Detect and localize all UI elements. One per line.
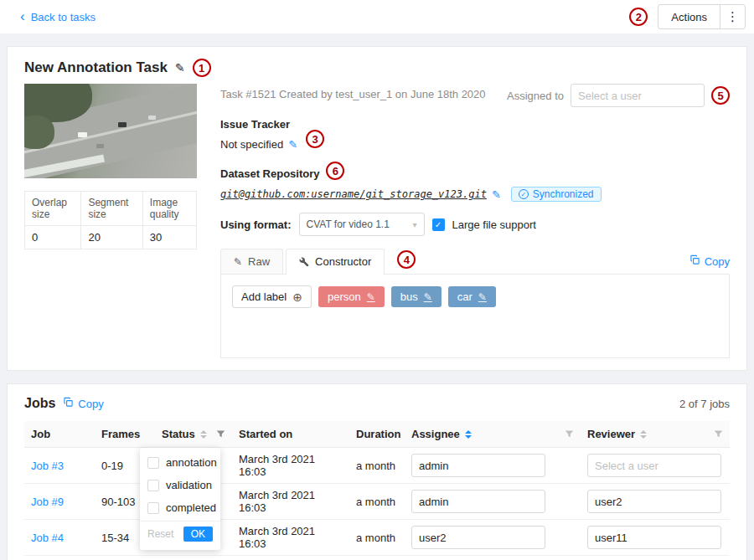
filter-reset-button[interactable]: Reset [147, 528, 173, 540]
filter-option-completed[interactable]: completed [140, 496, 220, 519]
task-meta-row: Task #1521 Created by test_user_1 on Jun… [220, 84, 730, 107]
column-header-job[interactable]: Job [24, 421, 95, 448]
preview-car-4 [96, 144, 104, 148]
column-header-duration[interactable]: Duration [349, 421, 405, 448]
started-cell: March 3rd 2021 16:03 [232, 448, 349, 484]
edit-title-icon[interactable]: ✎ [175, 61, 185, 74]
copy-labels-link[interactable]: Copy [689, 254, 730, 268]
preview-car-3 [148, 116, 156, 120]
back-to-tasks-link[interactable]: ‹ Back to tasks [20, 11, 96, 23]
assigned-to-label: Assigned to [507, 90, 564, 102]
filter-funnel-icon[interactable] [565, 429, 574, 439]
callout-2: 2 [629, 8, 648, 26]
edit-issue-tracker-icon[interactable]: ✎ [288, 138, 297, 151]
checkbox-icon[interactable] [147, 480, 159, 491]
column-header-assignee[interactable]: Assignee [405, 421, 581, 448]
label-chip-person[interactable]: person ✎ [318, 286, 385, 307]
param-header-quality: Image quality [142, 192, 196, 226]
sort-icon[interactable] [640, 430, 647, 439]
duration-cell: a month [349, 484, 405, 520]
task-assignee-input[interactable] [571, 84, 705, 107]
add-label-button[interactable]: Add label ⊕ [232, 285, 312, 308]
chevron-down-icon: ▾ [412, 220, 416, 229]
task-body: Overlap size Segment size Image quality … [24, 84, 730, 358]
column-header-status[interactable]: Status [155, 421, 232, 448]
job-reviewer-input[interactable] [587, 490, 721, 513]
duration-cell: a month [349, 448, 405, 484]
filter-funnel-icon[interactable] [714, 429, 723, 439]
started-cell: March 3rd 2021 16:03 [232, 556, 349, 560]
sort-icon[interactable] [465, 430, 472, 439]
label-chip-car[interactable]: car ✎ [448, 286, 496, 307]
checkbox-icon[interactable] [147, 457, 159, 469]
filter-option-annotation-label: annotation [166, 456, 217, 469]
column-header-started[interactable]: Started on [232, 421, 349, 448]
frames-cell: 75-94 [95, 556, 155, 560]
jobs-table: Job Frames Status Started on Duration [24, 421, 730, 560]
actions-button[interactable]: Actions ⋮ [658, 4, 746, 29]
job-link[interactable]: Job #4 [31, 532, 64, 544]
callout-6: 6 [326, 162, 344, 180]
param-value-segment: 20 [81, 226, 142, 249]
using-format-row: Using format: CVAT for video 1.1 ▾ ✓ Lar… [220, 213, 730, 236]
label-chip-bus[interactable]: bus ✎ [391, 286, 442, 307]
jobs-card: Jobs Copy 2 of 7 jobs Job Frames Status [7, 383, 747, 560]
job-assignee-input[interactable] [411, 454, 545, 477]
tab-constructor[interactable]: Constructor [286, 249, 385, 275]
copy-icon [689, 254, 700, 268]
column-header-reviewer[interactable]: Reviewer [581, 421, 730, 448]
filter-option-completed-label: completed [166, 501, 216, 514]
duration-cell: a month [349, 556, 405, 560]
copy-icon [63, 397, 74, 410]
synchronized-badge-label: Synchronized [533, 188, 594, 200]
more-options-icon[interactable]: ⋮ [720, 5, 745, 28]
issue-tracker-value-row: Not specified ✎ 3 [220, 135, 730, 153]
preview-car-1 [78, 132, 87, 137]
edit-repository-icon[interactable]: ✎ [492, 188, 501, 201]
sync-check-icon: ✓ [519, 189, 529, 199]
tab-raw[interactable]: ✎ Raw [220, 249, 283, 274]
callout-3: 3 [306, 130, 324, 148]
checkbox-icon[interactable] [147, 502, 159, 514]
actions-button-label: Actions [658, 5, 720, 28]
table-row: 0 20 30 [25, 226, 197, 249]
task-details-card: New Annotation Task ✎ 1 Overlap size [7, 46, 747, 371]
jobs-header: Jobs Copy 2 of 7 jobs [24, 396, 730, 411]
task-title-row: New Annotation Task ✎ 1 [24, 59, 730, 77]
job-reviewer-input[interactable] [587, 454, 721, 477]
edit-label-icon[interactable]: ✎ [367, 291, 375, 303]
column-header-status-label: Status [162, 428, 195, 440]
top-bar: ‹ Back to tasks 2 Actions ⋮ [0, 0, 754, 33]
column-header-assignee-label: Assignee [411, 428, 460, 440]
callout-1: 1 [193, 59, 211, 77]
filter-funnel-icon[interactable] [216, 429, 225, 439]
labels-constructor-panel: Add label ⊕ person ✎ bus ✎ car ✎ [220, 275, 730, 358]
format-select[interactable]: CVAT for video 1.1 ▾ [299, 213, 425, 236]
dataset-repository-value-row: git@github.com:username/git_storage_v123… [220, 187, 730, 202]
synchronized-badge: ✓ Synchronized [511, 187, 602, 202]
param-value-quality: 30 [142, 226, 196, 249]
duration-cell: a month [349, 520, 405, 556]
back-to-tasks-label: Back to tasks [31, 11, 96, 23]
dataset-repository-label: Dataset Repository [220, 167, 319, 180]
large-file-support-checkbox[interactable]: ✓ [432, 218, 445, 231]
job-assignee-input[interactable] [411, 490, 545, 513]
task-preview-image [24, 84, 197, 178]
filter-option-validation[interactable]: validation [140, 474, 220, 496]
job-reviewer-input[interactable] [587, 526, 721, 549]
filter-option-annotation[interactable]: annotation [140, 451, 220, 474]
edit-label-icon[interactable]: ✎ [478, 291, 487, 303]
job-link[interactable]: Job #3 [31, 460, 64, 472]
edit-label-icon[interactable]: ✎ [424, 291, 432, 303]
label-chip-person-text: person [328, 290, 361, 303]
param-header-overlap: Overlap size [25, 192, 81, 226]
tab-raw-label: Raw [248, 255, 270, 268]
sort-icon[interactable] [200, 430, 207, 439]
started-cell: March 3rd 2021 16:03 [232, 484, 349, 520]
column-header-frames[interactable]: Frames [95, 421, 155, 448]
copy-jobs-link[interactable]: Copy [63, 397, 103, 410]
filter-ok-button[interactable]: OK [183, 527, 213, 542]
job-link[interactable]: Job #9 [31, 496, 64, 508]
dataset-repository-url[interactable]: git@github.com:username/git_storage_v123… [220, 188, 487, 200]
job-assignee-input[interactable] [411, 526, 545, 549]
